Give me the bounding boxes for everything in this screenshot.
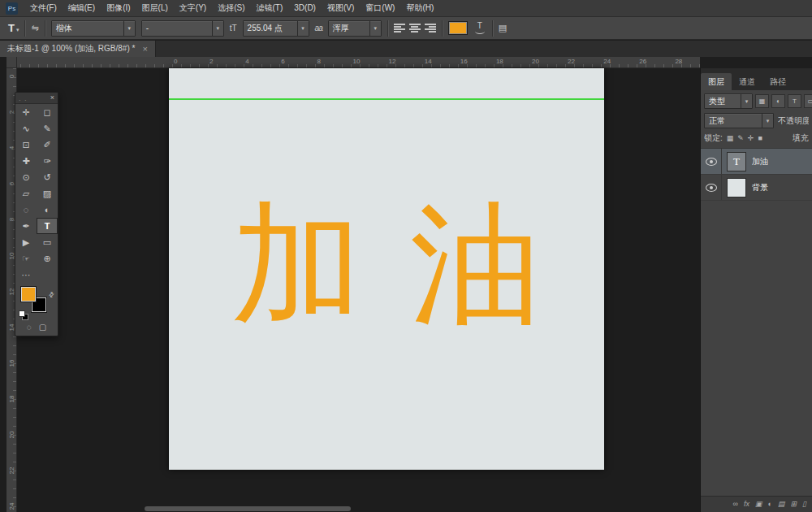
lock-all-icon[interactable]: ■ (758, 135, 762, 142)
menu-item[interactable]: 选择(S) (212, 0, 250, 16)
font-size-select[interactable]: 255.04 点 (243, 20, 309, 37)
font-family-select[interactable]: 楷体 (51, 20, 136, 37)
align-center-icon[interactable] (409, 24, 421, 33)
horizontal-ruler[interactable]: 024681012141618202224262830 (17, 57, 700, 68)
lock-position-icon[interactable]: ✛ (748, 135, 754, 142)
panel-tab[interactable]: 路径 (762, 73, 793, 90)
spot-healing-brush-tool[interactable]: ✚ (15, 153, 37, 169)
alignment-buttons (394, 24, 436, 33)
rectangular-marquee-tool[interactable]: ◻ (37, 104, 58, 120)
document-tab[interactable]: 未标题-1 @ 100% (加油, RGB/8#) * × (0, 41, 156, 57)
layers-list: T加油背景 (701, 149, 812, 201)
menu-item[interactable]: 视图(V) (322, 0, 360, 16)
align-left-icon[interactable] (394, 24, 405, 33)
font-size-icon: tT (230, 24, 237, 33)
chevron-down-icon[interactable] (741, 94, 752, 108)
toolbar-header[interactable]: × (15, 93, 58, 104)
anti-alias-select[interactable]: 浑厚 (328, 20, 382, 37)
drag-handle-icon[interactable] (19, 91, 28, 106)
panel-tab[interactable]: 图层 (701, 73, 732, 90)
add-layer-mask-icon[interactable]: ▣ (755, 501, 762, 508)
lasso-tool[interactable]: ∿ (15, 120, 37, 137)
horizontal-type-tool[interactable]: T (37, 218, 58, 234)
align-right-icon[interactable] (425, 24, 436, 33)
move-tool[interactable]: ✛ (15, 104, 37, 120)
clone-stamp-tool[interactable]: ⊙ (15, 169, 37, 185)
path-selection-tool[interactable]: ▶ (15, 234, 37, 250)
chevron-down-icon[interactable] (212, 21, 223, 36)
blend-mode-select[interactable]: 正常 (704, 113, 774, 128)
edit-toolbar-icon[interactable]: ⋯ (15, 267, 37, 283)
eraser-tool[interactable]: ▱ (15, 185, 37, 202)
warp-text-icon[interactable]: T (473, 22, 486, 34)
zoom-tool[interactable]: ⊕ (37, 250, 58, 267)
chevron-down-icon[interactable] (369, 21, 381, 36)
menu-item[interactable]: 图层(L) (136, 0, 174, 16)
text-orientation-icon[interactable]: ⇋ (31, 24, 38, 33)
link-layers-icon[interactable]: ∞ (733, 501, 738, 508)
brush-tool[interactable]: ✑ (37, 153, 58, 169)
ruler-number: 18 (6, 394, 16, 404)
layers-panel-body: 类型 ▦◐T▭ 正常 不透明度 锁定: ▦✎✛■ 填充 T加油背景 ∞fx▣◐▤… (701, 90, 812, 512)
pen-tool[interactable]: ✒ (15, 218, 37, 234)
menu-item[interactable]: 窗口(W) (360, 0, 400, 16)
layer-thumbnail[interactable] (727, 178, 746, 197)
filter-pixel-layers-icon[interactable]: ▦ (755, 94, 769, 108)
menu-item[interactable]: 图像(I) (101, 0, 136, 16)
menu-item[interactable]: 编辑(E) (63, 0, 101, 16)
menu-item[interactable]: 3D(D) (288, 0, 322, 16)
delete-layer-icon[interactable]: ▯ (802, 501, 806, 508)
layer-name: 背景 (752, 182, 768, 193)
default-colors-icon[interactable] (19, 310, 28, 320)
swap-colors-icon[interactable] (49, 285, 54, 300)
layer-visibility-toggle[interactable] (701, 149, 722, 174)
layer-row[interactable]: 背景 (701, 175, 812, 201)
foreground-color-swatch[interactable] (21, 287, 36, 302)
guide-line[interactable] (169, 98, 604, 100)
chevron-down-icon[interactable] (123, 21, 135, 36)
dodge-tool[interactable]: ◐ (37, 202, 58, 218)
filter-type-layers-icon[interactable]: T (788, 94, 801, 108)
close-icon[interactable]: × (142, 45, 147, 54)
quick-mask-icon[interactable]: ◌ (27, 323, 32, 332)
menu-item[interactable]: 滤镜(T) (251, 0, 289, 16)
rectangle-tool[interactable]: ▭ (37, 234, 58, 250)
horizontal-scrollbar[interactable] (145, 506, 351, 511)
history-brush-tool[interactable]: ↺ (37, 169, 58, 185)
new-layer-icon[interactable]: ⊞ (791, 501, 797, 508)
blur-tool[interactable]: ◌ (15, 202, 37, 218)
menu-item[interactable]: 文字(Y) (174, 0, 212, 16)
lock-transparency-icon[interactable]: ▦ (727, 135, 734, 142)
ruler-number: 4 (244, 58, 248, 65)
layer-visibility-toggle[interactable] (701, 175, 722, 200)
close-icon[interactable]: × (50, 94, 54, 102)
new-group-icon[interactable]: ▤ (778, 501, 785, 508)
text-color-swatch[interactable] (448, 21, 468, 35)
toolbar-tools: ✛◻∿✎⊡✐✚✑⊙↺▱▨◌◐✒T▶▭☞⊕⋯ (15, 104, 58, 283)
toggle-panels-icon[interactable]: ▤ (499, 24, 507, 33)
filter-adjustment-layers-icon[interactable]: ◐ (771, 94, 785, 108)
lock-pixels-icon[interactable]: ✎ (737, 135, 744, 142)
canvas-text[interactable]: 加油 (169, 192, 604, 336)
font-style-select[interactable]: - (141, 20, 224, 37)
chevron-down-icon[interactable] (762, 114, 773, 128)
layer-thumbnail[interactable]: T (727, 152, 746, 171)
layer-style-icon[interactable]: fx (744, 501, 749, 508)
tool-preset-picker[interactable]: T (8, 22, 19, 34)
filter-kind-select[interactable]: 类型 (704, 93, 753, 109)
eyedropper-tool[interactable]: ✐ (37, 137, 58, 153)
menu-item[interactable]: 帮助(H) (400, 0, 439, 16)
quick-selection-tool[interactable]: ✎ (37, 120, 58, 137)
crop-tool[interactable]: ⊡ (15, 137, 37, 153)
ruler-origin-box[interactable] (6, 57, 17, 68)
layer-row[interactable]: T加油 (701, 149, 812, 175)
new-adjustment-layer-icon[interactable]: ◐ (768, 501, 772, 508)
menu-item[interactable]: 文件(F) (24, 0, 63, 16)
canvas[interactable]: 加油 (169, 68, 604, 470)
filter-shape-layers-icon[interactable]: ▭ (804, 94, 812, 108)
screen-mode-icon[interactable]: ▢ (39, 323, 46, 332)
gradient-tool[interactable]: ▨ (37, 185, 58, 202)
panel-tab[interactable]: 通道 (732, 73, 762, 90)
hand-tool[interactable]: ☞ (15, 250, 37, 267)
chevron-down-icon[interactable] (297, 21, 309, 36)
